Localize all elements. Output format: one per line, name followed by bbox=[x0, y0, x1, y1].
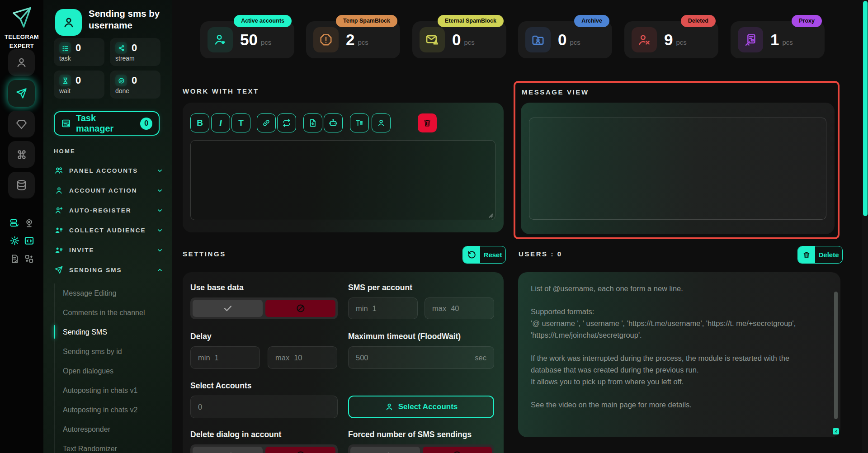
code-window-icon[interactable] bbox=[24, 235, 34, 246]
telegram-expert-logo-icon bbox=[9, 5, 34, 31]
link-button[interactable] bbox=[257, 113, 276, 132]
nav-item-auto-register[interactable]: AUTO-REGISTER bbox=[54, 200, 163, 220]
person-insert-button[interactable] bbox=[372, 113, 391, 132]
timeout-label: Maximum timeout (FloodWait) bbox=[348, 332, 461, 341]
nav-item-invite[interactable]: INVITE bbox=[54, 240, 163, 260]
message-view-panel bbox=[521, 103, 835, 234]
card-value: 50 bbox=[240, 31, 258, 49]
delay-max-input[interactable]: max 10 bbox=[268, 346, 337, 369]
nav-label: AUTO-REGISTER bbox=[69, 207, 132, 214]
nav-label: PANEL ACCOUNTS bbox=[69, 167, 138, 174]
card-deleted[interactable]: Deleted 9pcs bbox=[624, 21, 718, 58]
subnav-item-sending-sms-by-id[interactable]: Sending sms by id bbox=[55, 342, 170, 361]
work-with-text-panel: B I T bbox=[183, 103, 504, 232]
webcam-icon[interactable] bbox=[24, 217, 34, 228]
users-scrollbar-thumb[interactable] bbox=[834, 292, 838, 419]
check-circle-icon bbox=[115, 75, 127, 86]
subnav-item-open-dialogues[interactable]: Open dialogues bbox=[55, 361, 170, 381]
users-resize-handle[interactable] bbox=[833, 428, 839, 434]
subnav-item-autoposting-v1[interactable]: Autoposting in chats v1 bbox=[55, 381, 170, 400]
module-avatar bbox=[55, 9, 82, 36]
timeout-input[interactable]: 500 sec bbox=[348, 346, 494, 369]
rail-database-button[interactable] bbox=[8, 172, 35, 198]
user-icon bbox=[377, 118, 386, 127]
slash-circle-icon bbox=[296, 450, 306, 453]
timeout-value: 500 bbox=[356, 354, 368, 362]
text-button[interactable]: T bbox=[231, 113, 250, 132]
max-prefix: max bbox=[275, 354, 289, 362]
toggle-yes-option[interactable] bbox=[193, 300, 263, 317]
toggle-yes-option[interactable] bbox=[350, 447, 420, 453]
text-format-button[interactable] bbox=[350, 113, 369, 132]
file-download-button[interactable] bbox=[303, 113, 322, 132]
card-temp-spamblock[interactable]: Temp SpamBlock 2pcs bbox=[306, 21, 400, 58]
users-icon bbox=[54, 166, 64, 175]
rail-premium-button[interactable] bbox=[8, 111, 35, 137]
file-download-icon bbox=[308, 118, 317, 127]
page-title: Sending sms by username bbox=[89, 8, 168, 31]
alert-octagon-icon bbox=[313, 27, 339, 52]
swap-icon[interactable] bbox=[24, 253, 34, 264]
repeat-icon bbox=[282, 118, 291, 127]
diamond-icon bbox=[15, 118, 28, 130]
rail-sending-button[interactable] bbox=[8, 80, 35, 107]
rail-accounts-button[interactable] bbox=[8, 49, 35, 76]
clear-text-button[interactable] bbox=[418, 113, 437, 132]
select-accounts-button-label: Select Accounts bbox=[398, 402, 458, 411]
delete-users-button[interactable]: Delete bbox=[797, 246, 843, 264]
card-proxy[interactable]: Proxy 1pcs bbox=[731, 21, 825, 58]
command-icon bbox=[16, 149, 28, 160]
robot-button[interactable] bbox=[324, 113, 343, 132]
rail-commands-button[interactable] bbox=[8, 141, 35, 168]
document-check-icon[interactable] bbox=[9, 253, 20, 264]
server-check-icon[interactable] bbox=[9, 217, 20, 228]
text-label: T bbox=[238, 118, 244, 128]
nav-item-collect-audience[interactable]: COLLECT AUDIENCE bbox=[54, 220, 163, 240]
gear-icon[interactable] bbox=[9, 235, 20, 246]
nav-item-panel-accounts[interactable]: PANEL ACCOUNTS bbox=[54, 160, 163, 180]
users-input-area[interactable]: List of @username, each one form a new l… bbox=[531, 283, 820, 428]
select-accounts-button[interactable]: Select Accounts bbox=[348, 396, 494, 418]
toggle-no-option[interactable] bbox=[265, 447, 335, 453]
sms-min-input[interactable]: min 1 bbox=[348, 297, 418, 319]
min-prefix: min bbox=[198, 354, 210, 362]
card-unit: pcs bbox=[570, 38, 580, 46]
page-scrollbar-thumb[interactable] bbox=[863, 1, 868, 216]
message-text-input[interactable] bbox=[190, 140, 495, 220]
hourglass-icon bbox=[59, 75, 71, 86]
subnav-item-text-randomizer[interactable]: Text Randomizer bbox=[55, 439, 170, 453]
settings-title: SETTINGS bbox=[183, 250, 226, 258]
stat-value: 0 bbox=[75, 75, 81, 86]
task-manager-button[interactable]: Task manager 0 bbox=[54, 111, 160, 136]
card-value: 0 bbox=[558, 31, 566, 49]
user-icon bbox=[385, 402, 394, 411]
active-indicator bbox=[54, 325, 55, 339]
sms-max-input[interactable]: max 40 bbox=[425, 297, 494, 319]
delay-min-input[interactable]: min 1 bbox=[190, 346, 260, 369]
repeat-button[interactable] bbox=[277, 113, 296, 132]
italic-button[interactable]: I bbox=[211, 113, 230, 132]
toggle-no-option[interactable] bbox=[265, 300, 335, 317]
reset-button[interactable]: Reset bbox=[462, 246, 506, 264]
subnav-label: Autoposting in chats v2 bbox=[63, 406, 137, 414]
subnav-item-message-editing[interactable]: Message Editing bbox=[55, 283, 170, 303]
subnav-item-autoresponder[interactable]: Autoresponder bbox=[55, 420, 170, 439]
nav-item-account-action[interactable]: ACCOUNT ACTION bbox=[54, 180, 163, 200]
work-with-text-title: WORK WITH TEXT bbox=[183, 87, 259, 95]
sending-sms-submenu: Message Editing Comments in the channel … bbox=[54, 283, 170, 453]
nav-item-sending-sms[interactable]: SENDING SMS bbox=[54, 260, 163, 280]
page-scrollbar[interactable] bbox=[862, 0, 868, 453]
subnav-item-comments-channel[interactable]: Comments in the channel bbox=[55, 303, 170, 322]
min-value: 1 bbox=[215, 354, 219, 362]
card-archive[interactable]: Archive 0pcs bbox=[518, 21, 612, 58]
subnav-item-sending-sms[interactable]: Sending SMS bbox=[55, 322, 170, 342]
resize-handle[interactable] bbox=[489, 213, 493, 218]
subnav-item-autoposting-v2[interactable]: Autoposting in chats v2 bbox=[55, 400, 170, 420]
message-preview-area bbox=[529, 118, 826, 220]
toggle-no-option[interactable] bbox=[423, 447, 492, 453]
toggle-yes-option[interactable] bbox=[193, 447, 263, 453]
bold-button[interactable]: B bbox=[190, 113, 209, 132]
card-active-accounts[interactable]: Active accounts 50pcs bbox=[200, 21, 294, 58]
accounts-count-input[interactable]: 0 bbox=[190, 396, 338, 418]
card-eternal-spamblock[interactable]: Eternal SpamBlock 0pcs bbox=[412, 21, 506, 58]
